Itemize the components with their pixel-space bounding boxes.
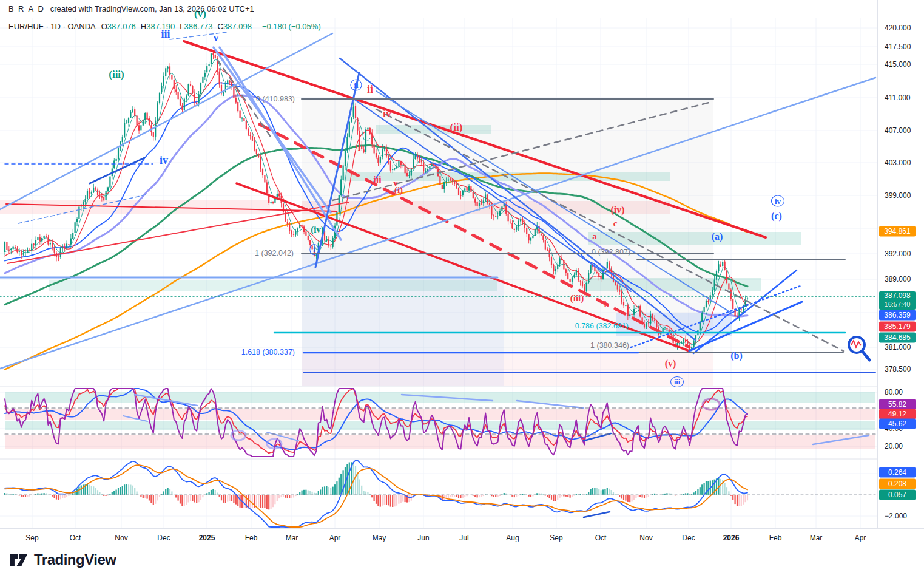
tradingview-logo-text: TradingView — [34, 551, 116, 568]
price-badge: 387.09816:57:40 — [879, 291, 916, 310]
time-label: Nov — [639, 534, 652, 542]
ohlc-l: L386.773 — [180, 22, 212, 31]
time-label: Apr — [329, 534, 341, 542]
time-label: 2026 — [723, 534, 740, 542]
price-badge: 55.82 — [879, 399, 916, 410]
time-label: Dec — [682, 534, 695, 542]
price-badge: 386.359 — [879, 310, 916, 321]
symbol-title[interactable]: EUR/HUF · 1D · OANDA — [8, 22, 96, 31]
price-badge: 49.12 — [879, 409, 916, 420]
price-axis[interactable]: 420.000417.500415.000411.000407.000403.0… — [877, 0, 924, 528]
price-badge: 385.179 — [879, 322, 916, 332]
price-badge: 394.861 — [879, 226, 916, 237]
chart-canvas[interactable] — [0, 0, 924, 581]
price-tick-label: 389.000 — [885, 275, 911, 284]
time-label: Feb — [245, 534, 258, 542]
price-tick-label: 20.00 — [885, 442, 903, 450]
time-label: Apr — [855, 534, 866, 542]
time-label: Jul — [459, 534, 468, 542]
price-badge: 0.057 — [879, 490, 916, 500]
ohlc-values: O387.076H387.190L386.773C387.098 — [101, 22, 257, 31]
price-tick-label: 417.500 — [885, 42, 911, 51]
time-label: Aug — [506, 534, 519, 542]
price-tick-label: 403.000 — [885, 158, 911, 167]
ohlc-h: H387.190 — [141, 22, 175, 31]
price-tick-label: 399.000 — [885, 191, 911, 200]
price-badge: 0.264 — [879, 467, 916, 478]
time-label: 2025 — [199, 534, 215, 542]
tradingview-logo-icon — [10, 552, 28, 568]
price-tick-label: 411.000 — [885, 93, 911, 102]
price-badge: 0.208 — [879, 479, 916, 489]
badge-time: 16:57:40 — [879, 301, 916, 308]
time-label: Dec — [157, 534, 170, 542]
macd-pane — [4, 460, 748, 527]
price-tick-label: 392.000 — [885, 250, 911, 258]
time-label: Mar — [810, 534, 823, 542]
ohlc-c: C387.098 — [217, 22, 251, 31]
time-label: Feb — [769, 534, 782, 542]
time-label: Jun — [417, 534, 429, 542]
price-badge: 384.685 — [879, 333, 916, 343]
time-label: Sep — [25, 534, 38, 542]
ohlc-o: O387.076 — [101, 22, 136, 31]
price-tick-label: 420.000 — [885, 24, 911, 32]
price-tick-label: 378.500 — [885, 365, 911, 373]
price-tick-label: −2.000 — [885, 512, 907, 520]
tradingview-logo[interactable]: TradingView — [10, 551, 116, 568]
attribution-text: B_R_A_D_ created with TradingView.com, J… — [8, 4, 254, 13]
time-label: Oct — [70, 534, 81, 542]
symbol-bar: EUR/HUF · 1D · OANDA O387.076H387.190L38… — [8, 22, 321, 31]
price-tick-label: 80.00 — [885, 388, 903, 396]
time-label: May — [373, 534, 386, 542]
tradingview-chart-window: (v)iiiv(iii)iviiiiiv(ii)iiiiv(i)(iv)i(iv… — [0, 0, 924, 581]
price-tick-label: 407.000 — [885, 126, 911, 135]
time-label: Oct — [595, 534, 607, 542]
magnifier-icon — [849, 337, 869, 360]
time-axis[interactable]: SepOctNovDec2025FebMarAprMayJunJulAugSep… — [0, 528, 924, 546]
price-badge: 45.62 — [879, 419, 916, 429]
change-value: −0.180 (−0.05%) — [262, 22, 321, 31]
price-tick-label: 381.000 — [885, 343, 911, 352]
price-tick-label: 415.000 — [885, 60, 911, 69]
time-label: Mar — [286, 534, 298, 542]
time-label: Nov — [115, 534, 127, 542]
time-label: Sep — [550, 534, 562, 542]
